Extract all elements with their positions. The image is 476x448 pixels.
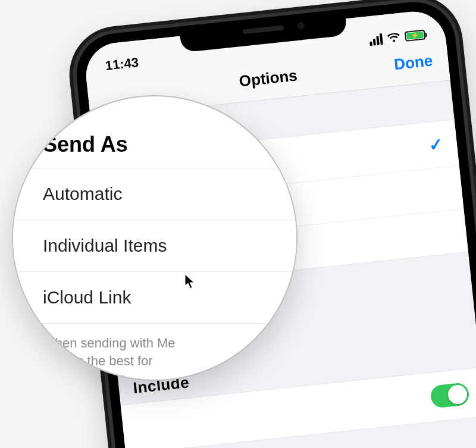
front-camera-icon	[297, 22, 305, 30]
status-time: 11:43	[105, 55, 140, 74]
magnifier-lens: Send As Automatic Individual Items iClou…	[12, 95, 298, 381]
mag-option-icloud-link[interactable]: iCloud Link	[12, 272, 298, 323]
mag-option-automatic[interactable]: Automatic	[12, 168, 298, 220]
page-title: Options	[238, 66, 298, 90]
battery-charging-icon: ⚡	[405, 30, 426, 42]
done-button[interactable]: Done	[393, 51, 434, 74]
earpiece-speaker	[242, 25, 284, 34]
toggle-switch-on[interactable]	[430, 382, 470, 408]
mag-option-individual-items[interactable]: Individual Items	[12, 220, 298, 272]
mag-send-as-list: Automatic Individual Items iCloud Link	[12, 168, 298, 324]
wifi-icon	[387, 32, 401, 43]
option-label: Automatic	[43, 184, 122, 204]
option-label: Individual Items	[43, 236, 167, 256]
checkmark-icon: ✓	[428, 134, 443, 155]
option-label: iCloud Link	[43, 287, 131, 308]
cellular-signal-icon	[369, 33, 383, 46]
